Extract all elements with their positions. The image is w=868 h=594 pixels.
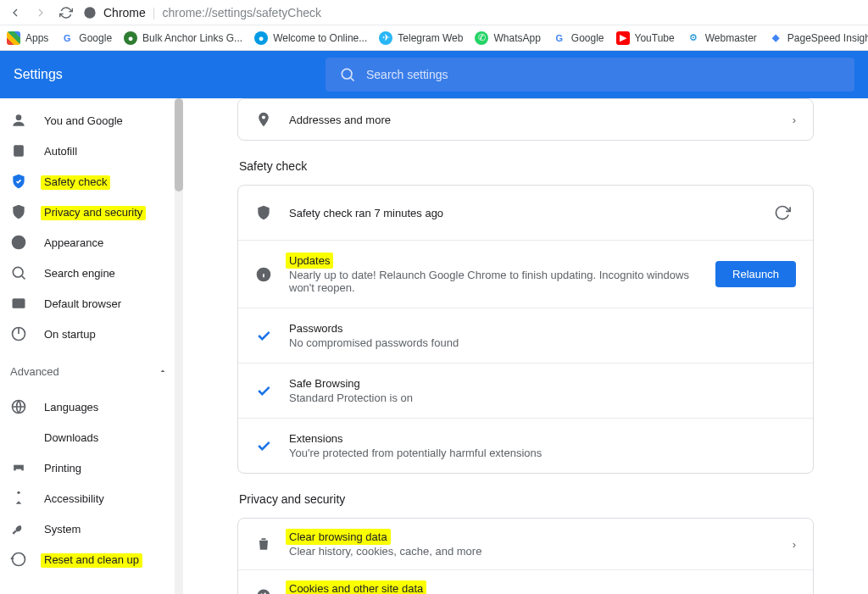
globe-icon: [10, 398, 27, 415]
location-icon: [255, 111, 272, 128]
sidebar-item-label: Appearance: [44, 236, 103, 249]
info-icon: [255, 266, 272, 283]
addresses-card: Addresses and more ›: [237, 98, 814, 141]
search-input[interactable]: [366, 68, 841, 81]
google-icon: G: [60, 31, 74, 45]
sidebar-item-label: Reset and clean up: [44, 553, 139, 566]
url-text: chrome://settings/safetyCheck: [162, 6, 321, 19]
bookmark-psi[interactable]: ◆PageSpeed Insights: [769, 31, 868, 45]
bookmark-google2[interactable]: GGoogle: [553, 31, 604, 45]
forward-button[interactable]: [32, 4, 49, 21]
clear-browsing-data-row[interactable]: Clear browsing data Clear history, cooki…: [238, 519, 813, 569]
shield-check-icon: [10, 173, 27, 190]
bookmark-youtube[interactable]: ▶YouTube: [616, 31, 675, 45]
relaunch-button[interactable]: Relaunch: [715, 261, 796, 287]
bookmark-label: Apps: [25, 32, 48, 44]
sidebar-item-label: Safety check: [44, 175, 107, 188]
sidebar-item-label: Accessibility: [44, 492, 104, 505]
trash-icon: [255, 536, 272, 552]
cookies-row[interactable]: Cookies and other site data Third-party …: [238, 569, 813, 594]
bookmark-label: Telegram Web: [398, 32, 463, 44]
check-icon: [255, 382, 272, 399]
sidebar-item-search-engine[interactable]: Search engine: [0, 258, 183, 288]
updates-row: Updates Nearly up to date! Relaunch Goog…: [238, 240, 813, 308]
bookmark-label: Google: [571, 32, 604, 44]
svg-point-4: [12, 236, 26, 250]
privacy-heading: Privacy and security: [239, 492, 814, 506]
browser-toolbar: Chrome | chrome://settings/safetyCheck: [0, 0, 868, 25]
sidebar-item-default-browser[interactable]: Default browser: [0, 288, 183, 319]
telegram-icon: ✈: [379, 31, 392, 45]
sidebar-item-privacy-security[interactable]: Privacy and security: [0, 197, 183, 227]
bookmark-webmaster[interactable]: ⚙Webmaster: [687, 31, 757, 45]
accessibility-icon: [10, 490, 27, 507]
row-title: Cookies and other site data: [289, 582, 423, 594]
browser-icon: [10, 295, 27, 312]
sidebar-item-system[interactable]: System: [0, 514, 183, 544]
svg-point-11: [17, 491, 19, 494]
sidebar-item-downloads[interactable]: Downloads: [0, 422, 183, 452]
bookmark-label: Welcome to Online...: [273, 32, 367, 44]
row-title: Safe Browsing: [289, 377, 796, 390]
svg-point-2: [16, 114, 22, 120]
scrollbar-thumb[interactable]: [175, 98, 183, 192]
addresses-row[interactable]: Addresses and more ›: [238, 99, 813, 140]
address-bar[interactable]: Chrome | chrome://settings/safetyCheck: [83, 6, 321, 19]
bookmark-label: YouTube: [635, 32, 675, 44]
sidebar-item-safety-check[interactable]: Safety check: [0, 166, 183, 197]
wrench-icon: [10, 520, 27, 537]
bookmark-welcome[interactable]: ●Welcome to Online...: [254, 31, 367, 45]
svg-point-0: [84, 7, 95, 18]
sidebar-item-label: Privacy and security: [44, 206, 142, 219]
back-button[interactable]: [7, 4, 24, 21]
circle-icon: ●: [254, 31, 268, 45]
cookie-icon: [255, 587, 272, 594]
sidebar-item-appearance[interactable]: Appearance: [0, 227, 183, 258]
restore-icon: [10, 551, 27, 568]
sidebar-item-on-startup[interactable]: On startup: [0, 319, 183, 349]
settings-header: Settings: [0, 51, 868, 98]
bookmark-google[interactable]: GGoogle: [60, 31, 112, 45]
refresh-button[interactable]: [769, 199, 796, 226]
sidebar-item-languages[interactable]: Languages: [0, 391, 183, 422]
shield-icon: [10, 203, 27, 220]
svg-point-13: [258, 590, 270, 595]
assignment-icon: [10, 142, 27, 159]
svg-rect-3: [14, 145, 24, 156]
sidebar: You and Google Autofill Safety check Pri…: [0, 98, 183, 594]
sidebar-item-label: Default browser: [44, 297, 121, 310]
bookmark-label: Bulk Anchor Links G...: [142, 32, 242, 44]
status-text: Safety check ran 7 minutes ago: [289, 207, 752, 219]
bookmark-anchor[interactable]: ●Bulk Anchor Links G...: [124, 31, 242, 45]
check-icon: [255, 437, 272, 454]
site-icon: [83, 6, 97, 19]
sidebar-item-reset[interactable]: Reset and clean up: [0, 544, 183, 575]
url-scheme-label: Chrome: [103, 6, 146, 19]
search-icon: [339, 66, 356, 83]
sidebar-advanced-toggle[interactable]: Advanced: [0, 354, 183, 388]
chevron-right-icon: ›: [793, 590, 796, 595]
row-subtitle: No compromised passwords found: [289, 336, 796, 349]
bookmark-label: PageSpeed Insights: [787, 32, 868, 44]
apps-icon: [7, 31, 20, 45]
sidebar-item-you-and-google[interactable]: You and Google: [0, 105, 183, 136]
bookmark-apps[interactable]: Apps: [7, 31, 48, 45]
bookmark-telegram[interactable]: ✈Telegram Web: [379, 31, 463, 45]
search-box[interactable]: [326, 58, 854, 92]
sidebar-item-autofill[interactable]: Autofill: [0, 136, 183, 166]
download-icon: [10, 429, 27, 446]
safety-check-card: Safety check ran 7 minutes ago Updates N…: [237, 185, 814, 474]
sidebar-item-printing[interactable]: Printing: [0, 452, 183, 483]
row-title: Clear browsing data: [289, 530, 387, 543]
extensions-row: ExtensionsYou're protected from potentia…: [238, 418, 813, 473]
sidebar-item-accessibility[interactable]: Accessibility: [0, 483, 183, 514]
bookmark-whatsapp[interactable]: ✆WhatsApp: [475, 31, 540, 45]
svg-point-5: [13, 267, 23, 277]
sidebar-item-label: You and Google: [44, 114, 123, 127]
reload-button[interactable]: [58, 4, 75, 21]
safe-browsing-row: Safe BrowsingStandard Protection is on: [238, 363, 813, 418]
bookmark-label: Webmaster: [705, 32, 757, 44]
sidebar-item-label: On startup: [44, 328, 96, 341]
bookmark-label: WhatsApp: [493, 32, 540, 44]
google-icon: G: [553, 31, 566, 45]
